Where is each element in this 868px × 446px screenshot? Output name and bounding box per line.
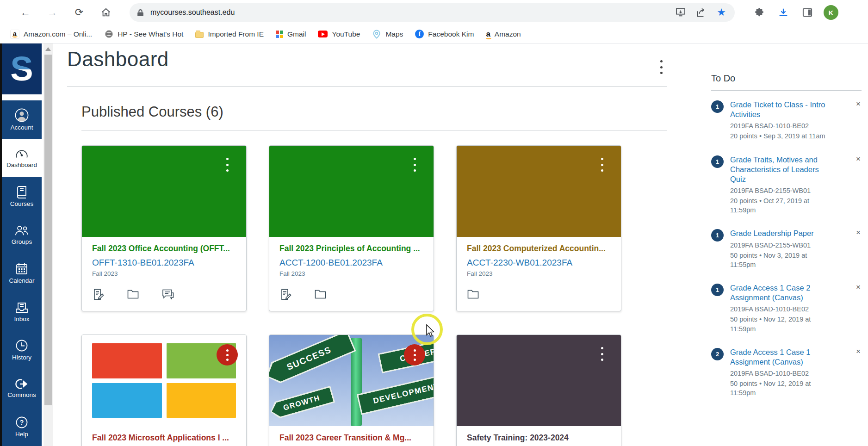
todo-course: 2019FA BSAD-1010-BE02 (730, 122, 833, 130)
install-icon[interactable] (675, 6, 687, 19)
profile-avatar[interactable]: K (824, 5, 838, 20)
course-card[interactable]: Fall 2023 Microsoft Applications I ... (81, 334, 247, 446)
course-title-link[interactable]: Safety Training: 2023-2024 (467, 433, 611, 443)
sidebar-item-dashboard[interactable]: Dashboard (2, 139, 42, 177)
bookmark-hp[interactable]: HP - See What's Hot (104, 30, 183, 39)
card-options-kebab-icon[interactable] (413, 158, 417, 172)
course-card-header[interactable] (457, 335, 621, 426)
course-card[interactable]: SUCCESS CAREER DEVELOPMENT GROWTH Fall 2… (269, 334, 434, 446)
calendar-icon (15, 262, 28, 275)
todo-detail: 50 points • Nov 3, 2019 at 11:55pm (730, 251, 833, 270)
course-card-image-microsoft[interactable] (82, 335, 246, 426)
course-card-image-signpost[interactable]: SUCCESS CAREER DEVELOPMENT GROWTH (269, 335, 434, 426)
course-title-link[interactable]: Fall 2023 Office Accounting (OFFT... (92, 244, 236, 254)
close-icon[interactable]: × (856, 347, 861, 355)
todo-link[interactable]: Grade Access 1 Case 1 Assignment (Canvas… (730, 347, 833, 367)
bookmark-amazon[interactable]: a Amazon (486, 30, 521, 38)
bookmark-imported-ie[interactable]: Imported From IE (195, 30, 264, 38)
forward-icon[interactable]: → (45, 6, 59, 19)
title-divider (67, 86, 667, 87)
todo-course: 2019FA BSAD-2155-WB01 (730, 187, 833, 194)
school-logo[interactable]: S (2, 43, 42, 94)
files-icon[interactable] (127, 288, 139, 299)
close-icon[interactable]: × (856, 283, 861, 291)
extensions-icon[interactable] (753, 6, 765, 19)
discussions-icon[interactable] (161, 288, 174, 300)
course-code-link[interactable]: OFFT-1310-BE01.2023FA (92, 258, 236, 268)
todo-link[interactable]: Grade Leadership Paper (730, 229, 833, 238)
course-term: Fall 2023 (92, 270, 236, 277)
assignment-icon[interactable] (279, 288, 292, 301)
close-icon[interactable]: × (856, 100, 861, 108)
todo-link[interactable]: Grade Access 1 Case 2 Assignment (Canvas… (730, 283, 833, 303)
scrollbar-up-arrow[interactable] (45, 47, 51, 51)
course-title-link[interactable]: Fall 2023 Computerized Accountin... (467, 244, 611, 254)
card-options-kebab-icon[interactable] (217, 344, 238, 365)
clock-icon (15, 339, 28, 352)
assignment-icon[interactable] (92, 288, 105, 301)
files-icon[interactable] (314, 288, 327, 299)
page-title: Dashboard (67, 48, 667, 71)
reload-icon[interactable]: ⟳ (72, 6, 86, 19)
svg-text:?: ? (20, 419, 24, 426)
card-options-kebab-icon[interactable] (225, 158, 229, 172)
course-card-header[interactable] (269, 146, 434, 237)
course-card[interactable]: Fall 2023 Office Accounting (OFFT... OFF… (81, 145, 247, 311)
course-card[interactable]: Fall 2023 Principles of Accounting ... A… (269, 145, 434, 311)
course-title-link[interactable]: Fall 2023 Microsoft Applications I ... (92, 433, 236, 443)
course-card-header[interactable] (457, 146, 621, 237)
vertical-scrollbar[interactable] (43, 43, 53, 446)
todo-title: To Do (711, 73, 862, 84)
side-panel-icon[interactable] (801, 6, 813, 19)
dashboard-options-kebab-icon[interactable] (657, 59, 666, 75)
lock-icon (137, 9, 144, 17)
sidebar-item-help[interactable]: ? Help (2, 408, 42, 446)
todo-item: 1 Grade Leadership Paper 2019FA BSAD-215… (711, 229, 862, 269)
card-options-kebab-icon[interactable] (600, 347, 604, 361)
course-card[interactable]: Fall 2023 Computerized Accountin... ACCT… (456, 145, 621, 311)
bookmark-gmail[interactable]: Gmail (276, 30, 306, 38)
course-card-header[interactable] (82, 146, 246, 237)
sidebar-item-account[interactable]: Account (2, 100, 42, 139)
sidebar-item-inbox[interactable]: Inbox (2, 292, 42, 331)
course-title-link[interactable]: Fall 2023 Career Transition & Mg... (279, 433, 423, 443)
back-icon[interactable]: ← (19, 6, 32, 19)
todo-count-badge: 2 (711, 348, 724, 360)
home-icon[interactable] (99, 6, 113, 19)
todo-detail: 50 points • Nov 12, 2019 at 11:59pm (730, 379, 833, 398)
card-options-kebab-icon[interactable] (600, 158, 604, 172)
files-icon[interactable] (467, 288, 479, 299)
course-code-link[interactable]: ACCT-1200-BE01.2023FA (279, 258, 423, 268)
todo-link[interactable]: Grade Traits, Motives and Characteristic… (730, 155, 833, 184)
section-title: Published Courses (6) (81, 104, 667, 120)
url-text[interactable]: mycourses.southeast.edu (150, 8, 666, 17)
todo-item: 2 Grade Access 1 Case 1 Assignment (Canv… (711, 347, 862, 398)
address-bar[interactable]: mycourses.southeast.edu ★ (130, 3, 735, 22)
ms-tile-red (92, 343, 162, 378)
sidebar-item-calendar[interactable]: Calendar (2, 254, 42, 292)
share-icon[interactable] (695, 6, 707, 19)
close-icon[interactable]: × (856, 229, 861, 236)
card-options-kebab-icon[interactable] (404, 344, 425, 365)
download-icon[interactable] (777, 6, 789, 19)
maps-icon (372, 30, 381, 39)
todo-link[interactable]: Grade Ticket to Class - Intro Activities (730, 100, 833, 119)
todo-item: 1 Grade Access 1 Case 2 Assignment (Canv… (711, 283, 862, 334)
global-navigation: S Account Dashboard Courses Groups Calen… (0, 43, 42, 446)
bookmark-facebook[interactable]: f Facebook Kim (415, 30, 474, 38)
sidebar-item-history[interactable]: History (2, 331, 42, 369)
todo-detail: 20 points • Oct 27, 2019 at 11:59pm (730, 196, 833, 215)
scrollbar-thumb[interactable] (44, 55, 52, 405)
sidebar-item-groups[interactable]: Groups (2, 216, 42, 254)
bookmark-star-icon[interactable]: ★ (715, 6, 727, 19)
bookmark-youtube[interactable]: YouTube (318, 30, 360, 38)
close-icon[interactable]: × (856, 155, 861, 163)
course-title-link[interactable]: Fall 2023 Principles of Accounting ... (279, 244, 423, 254)
course-card[interactable]: Safety Training: 2023-2024 (456, 334, 621, 446)
sidebar-item-commons[interactable]: Commons (2, 369, 42, 408)
sidebar-item-courses[interactable]: Courses (2, 177, 42, 216)
course-code-link[interactable]: ACCT-2230-WB01.2023FA (467, 258, 611, 268)
bookmark-maps[interactable]: Maps (372, 30, 403, 39)
book-icon (16, 186, 28, 198)
bookmark-amazon-long[interactable]: a Amazon.com – Onli... (10, 30, 92, 39)
